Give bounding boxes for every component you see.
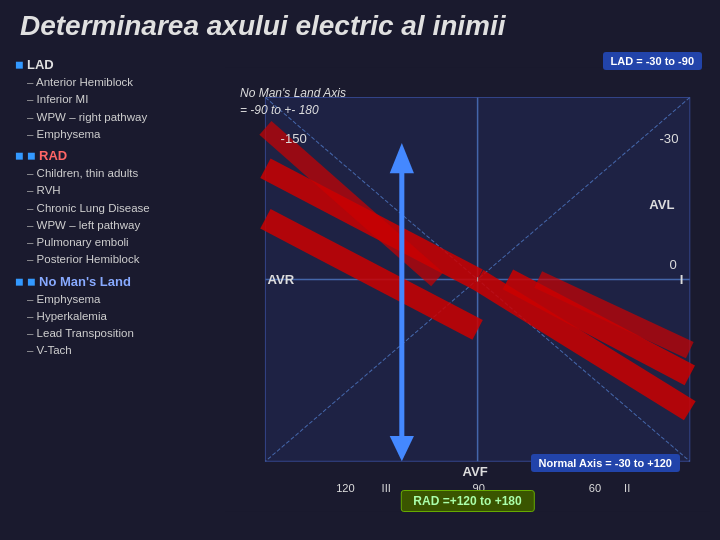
list-item: Chronic Lung Disease xyxy=(27,200,215,217)
svg-text:0: 0 xyxy=(670,257,677,272)
left-panel: LAD Anterior Hemiblock Inferior MI WPW –… xyxy=(10,47,220,532)
lad-list: Anterior Hemiblock Inferior MI WPW – rig… xyxy=(15,74,215,143)
svg-text:-150: -150 xyxy=(281,131,307,146)
list-item: V-Tach xyxy=(27,342,215,359)
svg-text:AVL: AVL xyxy=(649,197,674,212)
lad-label: LAD = -30 to -90 xyxy=(603,52,702,70)
list-item: Posterior Hemiblock xyxy=(27,251,215,268)
list-item: RVH xyxy=(27,182,215,199)
chart-area: LAD = -30 to -90 No Man's Land Axis= -90… xyxy=(225,47,710,532)
list-item: Anterior Hemiblock xyxy=(27,74,215,91)
svg-text:AVR: AVR xyxy=(267,272,294,287)
svg-text:III: III xyxy=(382,482,391,494)
nomansland-header: ◼ No Man's Land xyxy=(15,274,215,289)
svg-text:AVF: AVF xyxy=(462,464,487,479)
nomansland-list: Emphysema Hyperkalemia Lead Transpositio… xyxy=(15,291,215,360)
svg-text:I: I xyxy=(680,272,684,287)
list-item: Emphysema xyxy=(27,126,215,143)
rad-label: RAD =+120 to +180 xyxy=(400,490,534,512)
list-item: Lead Transposition xyxy=(27,325,215,342)
list-item: Inferior MI xyxy=(27,91,215,108)
no-mans-land-label: No Man's Land Axis= -90 to +- 180 xyxy=(240,85,346,119)
list-item: WPW – left pathway xyxy=(27,217,215,234)
list-item: Children, thin adults xyxy=(27,165,215,182)
list-item: Pulmonary emboli xyxy=(27,234,215,251)
svg-text:60: 60 xyxy=(589,482,601,494)
lad-header: LAD xyxy=(15,57,215,72)
list-item: Hyperkalemia xyxy=(27,308,215,325)
normal-axis-label: Normal Axis = -30 to +120 xyxy=(531,454,681,472)
svg-text:II: II xyxy=(624,482,630,494)
page-wrapper: Determinarea axului electric al inimii L… xyxy=(0,0,720,532)
content-area: LAD Anterior Hemiblock Inferior MI WPW –… xyxy=(0,47,720,532)
svg-text:120: 120 xyxy=(336,482,355,494)
rad-header: ◼ RAD xyxy=(15,148,215,163)
svg-text:-30: -30 xyxy=(659,131,678,146)
page-title: Determinarea axului electric al inimii xyxy=(0,0,720,47)
list-item: Emphysema xyxy=(27,291,215,308)
rad-list: Children, thin adults RVH Chronic Lung D… xyxy=(15,165,215,269)
list-item: WPW – right pathway xyxy=(27,109,215,126)
